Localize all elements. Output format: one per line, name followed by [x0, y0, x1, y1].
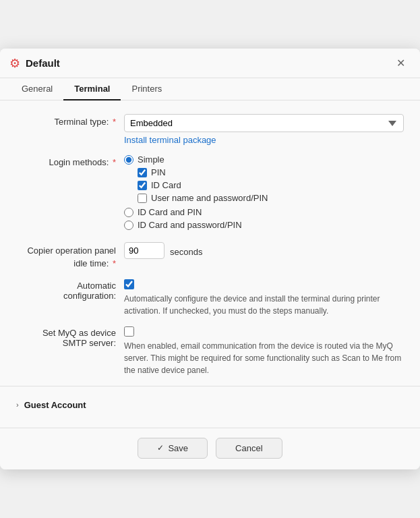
id-card-password-option: ID Card and password/PIN	[124, 220, 404, 230]
save-label: Save	[168, 443, 188, 453]
smtp-server-row: Set MyQ as deviceSMTP server: When enabl…	[0, 326, 420, 376]
checkmark-icon: ✓	[157, 443, 164, 453]
pin-option: PIN	[138, 167, 404, 177]
id-card-option: ID Card	[138, 180, 404, 190]
simple-radio[interactable]	[124, 155, 133, 165]
id-card-password-label: ID Card and password/PIN	[138, 220, 242, 230]
simple-option: Simple	[124, 154, 404, 165]
username-label: User name and password/PIN	[151, 193, 268, 203]
form-content: Terminal type: * Embedded External None …	[0, 100, 420, 427]
terminal-type-select[interactable]: Embedded External None	[124, 114, 404, 132]
terminal-type-row: Terminal type: * Embedded External None …	[0, 114, 420, 145]
smtp-server-checkbox[interactable]	[124, 326, 134, 337]
tab-general[interactable]: General	[11, 78, 63, 100]
cancel-button[interactable]: Cancel	[216, 438, 282, 459]
username-option: User name and password/PIN	[138, 193, 404, 203]
save-button[interactable]: ✓ Save	[138, 438, 208, 459]
required-indicator-3: *	[110, 258, 116, 268]
id-card-pin-radio[interactable]	[124, 208, 133, 217]
auto-config-checkbox[interactable]	[124, 279, 134, 289]
terminal-type-label: Terminal type: *	[16, 114, 124, 127]
idle-time-suffix: seconds	[170, 244, 202, 257]
pin-label: PIN	[151, 167, 166, 177]
title-bar: ⚙ Default ✕	[0, 49, 420, 78]
gear-icon: ⚙	[9, 56, 20, 71]
section-divider	[0, 386, 420, 386]
id-card-pin-option: ID Card and PIN	[124, 207, 404, 217]
idle-time-row: Copier operation panel idle time: * 90 s…	[0, 242, 420, 269]
auto-config-row: Automaticconfiguration: Automatically co…	[0, 279, 420, 317]
tabs-bar: General Terminal Printers	[0, 78, 420, 100]
tab-printers[interactable]: Printers	[121, 78, 173, 100]
required-indicator-2: *	[110, 157, 116, 167]
auto-config-label: Automaticconfiguration:	[16, 279, 124, 301]
auto-config-description: Automatically configure the device and i…	[124, 293, 404, 317]
id-card-password-radio[interactable]	[124, 221, 133, 230]
smtp-server-description: When enabled, email communication from t…	[124, 340, 404, 376]
cancel-label: Cancel	[235, 443, 262, 453]
guest-account-row[interactable]: › Guest Account	[0, 393, 420, 417]
chevron-right-icon: ›	[16, 401, 19, 409]
smtp-server-label: Set MyQ as deviceSMTP server:	[16, 326, 124, 348]
title-bar-left: ⚙ Default	[9, 56, 60, 71]
login-methods-label: Login methods: *	[16, 154, 124, 167]
login-methods-control: Simple PIN ID Card User name and passwor…	[124, 154, 404, 233]
username-checkbox[interactable]	[138, 194, 147, 203]
required-indicator: *	[110, 117, 116, 127]
id-card-label: ID Card	[151, 180, 181, 190]
idle-time-control: 90 seconds	[124, 242, 404, 259]
auto-config-control: Automatically configure the device and i…	[124, 279, 404, 317]
id-card-checkbox[interactable]	[138, 181, 147, 190]
close-button[interactable]: ✕	[392, 55, 409, 71]
idle-time-label: Copier operation panel idle time: *	[16, 242, 124, 269]
simple-label: Simple	[138, 154, 164, 165]
dialog-title: Default	[26, 57, 60, 69]
id-card-pin-label: ID Card and PIN	[138, 207, 202, 217]
install-terminal-link[interactable]: Install terminal package	[124, 135, 404, 145]
smtp-server-control: When enabled, email communication from t…	[124, 326, 404, 376]
dialog-footer: ✓ Save Cancel	[0, 428, 420, 469]
terminal-type-control: Embedded External None Install terminal …	[124, 114, 404, 145]
login-methods-row: Login methods: * Simple PIN ID Card Use	[0, 154, 420, 233]
guest-account-label: Guest Account	[24, 400, 86, 410]
pin-checkbox[interactable]	[138, 168, 147, 177]
dialog: ⚙ Default ✕ General Terminal Printers Te…	[0, 49, 420, 469]
tab-terminal[interactable]: Terminal	[63, 78, 121, 100]
idle-time-input[interactable]: 90	[124, 242, 164, 259]
